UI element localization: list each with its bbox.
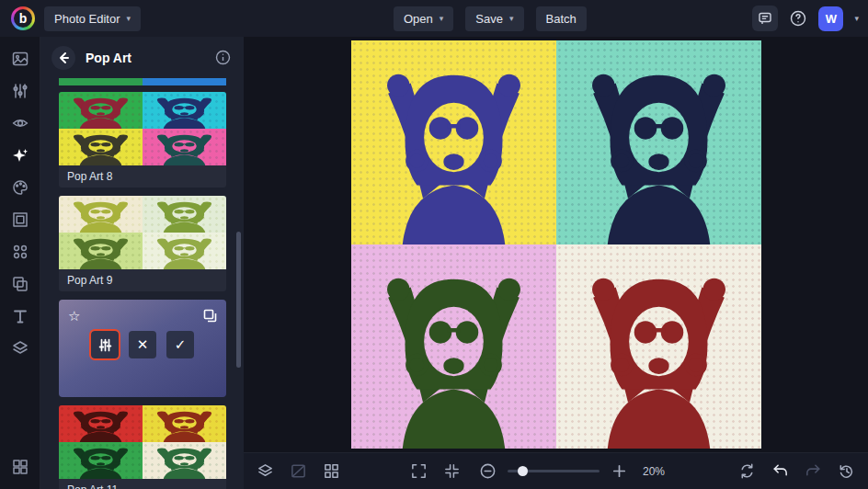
sidebar-item-text[interactable] [11,307,29,325]
copy-icon [203,309,217,323]
info-circle-icon [215,50,231,65]
effects-panel: Pop Art Pop Art 8 [40,37,244,489]
zoom-slider[interactable] [508,470,600,472]
zoom-in-button[interactable] [611,462,628,480]
panel-scrollbar[interactable] [236,232,241,368]
popart-quadrant [143,405,226,442]
popart-quadrant [59,405,143,442]
sidebar-item-effects[interactable] [11,146,29,165]
logo-letter: b [19,12,28,25]
sidebar-item-touchup[interactable] [11,114,29,132]
popart-quadrant [143,196,226,233]
active-card-actions: ✕ ✓ [68,331,217,358]
effect-card-popart8[interactable]: Pop Art 8 [59,92,226,188]
effect-thumbnail [59,92,226,165]
collapse-icon [443,462,461,480]
open-label: Open [404,12,433,26]
popart-quadrant [143,92,226,129]
sidebar-item-textures[interactable] [11,458,29,476]
effect-card-popart9[interactable]: Pop Art 9 [59,196,226,291]
redo-arrow-icon [805,462,822,480]
batch-label: Batch [546,12,577,26]
plus-icon [611,462,628,480]
arrow-left-icon [57,51,70,64]
app-menu-label: Photo Editor [54,12,120,26]
save-label: Save [475,12,503,26]
file-actions: Open ▾ Save ▾ Batch [394,6,587,31]
fit-screen-button[interactable] [443,462,461,480]
bottom-toolbar: 20% [244,452,868,489]
popart-quadrant [556,244,761,449]
popart-quadrant [59,442,143,479]
question-circle-icon [789,9,807,28]
active-card-header: ☆ [68,309,217,323]
effect-card-popart11[interactable]: Pop Art 11 [59,405,226,489]
sidebar-item-graphics[interactable] [11,243,29,261]
zoom-out-button[interactable] [479,462,497,480]
chat-bubble-icon [758,11,772,26]
popart-quadrant [143,233,226,269]
refresh-icon [738,462,756,480]
batch-button[interactable]: Batch [536,6,587,31]
avatar[interactable]: W [818,6,843,31]
app-logo[interactable]: b [11,6,35,30]
view-controls [410,462,461,480]
undo-arrow-icon [771,462,789,480]
effect-thumbnail [59,196,226,269]
tool-rail [0,37,40,489]
effect-card-active[interactable]: ☆ ✕ ✓ [59,300,226,397]
layers-icon [257,462,274,480]
feedback-button[interactable] [752,6,778,31]
close-icon: ✕ [137,336,149,353]
canvas-area [244,37,868,452]
info-button[interactable] [215,50,231,65]
history-controls [738,462,855,480]
cancel-effect-button[interactable]: ✕ [129,331,156,358]
chevron-down-icon[interactable]: ▾ [854,14,859,23]
image-manager-icon [290,462,307,480]
sliders-icon [98,338,112,352]
check-icon: ✓ [175,336,187,353]
compare-button[interactable] [738,462,756,480]
help-button[interactable] [789,9,807,28]
duplicate-button[interactable] [203,309,217,323]
popart-quadrant [143,442,226,479]
zoom-level: 20% [643,465,668,478]
chevron-down-icon: ▾ [440,14,444,23]
image-manager-button[interactable] [290,462,307,480]
sidebar-item-frames[interactable] [11,210,29,229]
partial-thumbnail-top[interactable] [59,78,226,85]
sidebar-item-adjust[interactable] [11,82,29,100]
minus-circle-icon [479,462,497,480]
zoom-slider-knob[interactable] [518,466,528,476]
effect-settings-button[interactable] [91,331,119,358]
favorite-star-icon[interactable]: ☆ [68,309,80,323]
grid-view-button[interactable] [323,462,340,480]
popart-quadrant [143,129,226,165]
app-menu-button[interactable]: Photo Editor ▾ [44,6,141,31]
effect-card-label: Pop Art 11 [59,479,226,489]
sidebar-item-overlays[interactable] [11,275,29,293]
popart-quadrant [59,233,143,269]
layers-button[interactable] [257,462,274,480]
effect-thumbnail [59,405,226,479]
sidebar-item-layers[interactable] [11,339,29,358]
chevron-down-icon: ▾ [509,14,514,23]
sidebar-item-artsy[interactable] [11,178,29,197]
save-button[interactable]: Save ▾ [465,6,523,31]
back-button[interactable] [51,46,75,70]
effect-card-label: Pop Art 8 [59,165,226,188]
popart-quadrant [59,129,143,165]
panel-title: Pop Art [86,51,131,65]
grid-icon [323,462,340,480]
redo-button[interactable] [805,462,822,480]
fullscreen-button[interactable] [410,462,428,480]
apply-effect-button[interactable]: ✓ [166,331,194,358]
popart-quadrant [351,244,556,449]
undo-button[interactable] [771,462,789,480]
reset-button[interactable] [838,462,855,480]
open-button[interactable]: Open ▾ [394,6,453,31]
top-bar: b Photo Editor ▾ Open ▾ Save ▾ Batch [0,0,868,37]
sidebar-item-photo[interactable] [11,50,29,68]
panel-header: Pop Art [40,37,244,78]
